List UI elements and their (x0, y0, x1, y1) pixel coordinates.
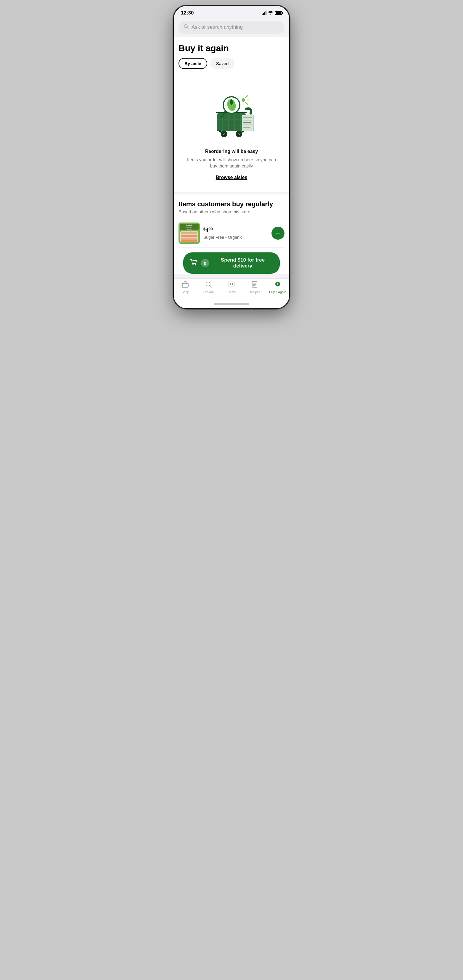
recipes-icon (251, 281, 258, 290)
signal-icon (262, 11, 267, 15)
svg-rect-35 (181, 235, 198, 237)
regularly-section-title: Items customers buy regularly (179, 200, 284, 208)
nav-label-shop: Shop (182, 290, 189, 294)
svg-line-1 (187, 27, 188, 29)
add-to-cart-button[interactable]: + (271, 227, 284, 240)
cart-bar[interactable]: 0 Spend $10 for free delivery (183, 252, 280, 274)
nav-label-buy-again: Buy it again (269, 290, 286, 294)
tab-by-aisle[interactable]: By aisle (179, 58, 207, 69)
svg-rect-40 (182, 283, 188, 287)
cart-icon (190, 259, 198, 267)
svg-line-27 (246, 102, 248, 105)
status-bar: 12:30 (174, 6, 289, 18)
status-time: 12:30 (181, 10, 193, 16)
empty-state-description: Items you order will show up here so you… (185, 156, 278, 169)
cart-bar-text: Spend $10 for free delivery (213, 257, 273, 269)
nav-label-explore: Explore (203, 290, 214, 294)
svg-rect-15 (242, 115, 254, 131)
main-content: Buy it again By aisle Saved (174, 37, 289, 274)
shop-icon (182, 281, 189, 290)
svg-point-41 (206, 282, 210, 286)
browse-aisles-link[interactable]: Browse aisles (216, 175, 247, 180)
svg-rect-37 (181, 240, 198, 242)
phone-frame: 12:30 (174, 6, 289, 308)
regularly-section-subtitle: Based on others who shop this store (179, 209, 284, 214)
svg-text:Jennie-O: Jennie-O (186, 224, 192, 226)
empty-state: Reordering will be easy Items you order … (179, 78, 284, 192)
plus-icon: + (276, 230, 280, 237)
nav-item-deals[interactable]: Deals (223, 281, 240, 294)
product-tags: Sugar Free • Organic (203, 235, 268, 240)
svg-text:TURKEY: TURKEY (187, 229, 192, 231)
product-item: Jennie-O GROUND TURKEY $499 (179, 219, 284, 248)
nav-item-recipes[interactable]: Recipes (246, 281, 263, 294)
bottom-nav: Shop Explore Deals (174, 278, 289, 301)
page-title: Buy it again (179, 43, 284, 53)
svg-point-24 (241, 98, 245, 102)
cart-count: 0 (201, 259, 209, 267)
battery-icon (275, 11, 282, 15)
svg-point-39 (195, 264, 196, 266)
nav-label-recipes: Recipes (249, 290, 260, 294)
tab-saved[interactable]: Saved (210, 58, 235, 69)
svg-point-44 (230, 284, 231, 285)
search-bar-container: Ask or search anything (174, 18, 289, 37)
svg-point-45 (232, 283, 233, 284)
svg-text:GROUND: GROUND (186, 227, 192, 228)
svg-rect-36 (181, 238, 198, 240)
buy-again-icon (274, 281, 281, 290)
product-image: Jennie-O GROUND TURKEY (179, 223, 200, 244)
explore-icon (205, 281, 212, 290)
home-indicator-bar (214, 303, 249, 305)
regularly-section: Items customers buy regularly Based on o… (179, 194, 284, 248)
deals-icon (228, 281, 235, 290)
tabs-row: By aisle Saved (179, 58, 284, 69)
wifi-icon (268, 11, 273, 15)
nav-label-deals: Deals (227, 290, 236, 294)
search-placeholder: Ask or search anything (192, 24, 243, 30)
svg-line-42 (210, 286, 212, 288)
nav-item-shop[interactable]: Shop (176, 281, 194, 294)
product-info: $499 Sugar Free • Organic (203, 227, 268, 240)
svg-point-38 (192, 264, 193, 266)
home-indicator (174, 301, 289, 308)
cart-illustration (199, 84, 264, 143)
nav-item-buy-again[interactable]: Buy it again (269, 281, 287, 294)
nav-item-explore[interactable]: Explore (200, 281, 217, 294)
section-divider (174, 192, 289, 194)
svg-line-25 (246, 95, 248, 98)
product-price: $499 (203, 227, 268, 234)
svg-rect-34 (181, 232, 198, 234)
search-bar[interactable]: Ask or search anything (179, 21, 284, 34)
search-icon (184, 24, 188, 30)
empty-state-title: Reordering will be easy (205, 149, 258, 154)
status-icons (262, 11, 283, 15)
